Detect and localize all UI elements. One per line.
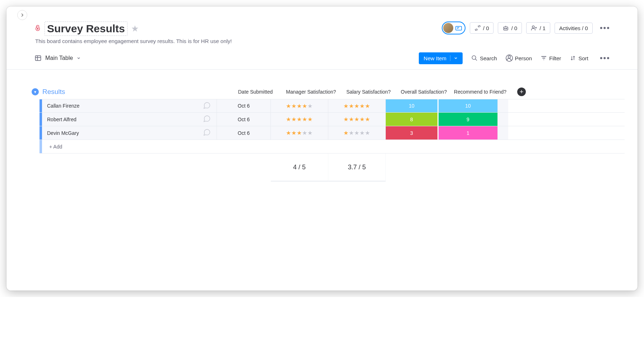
cell-manager-stars[interactable]: ★★★★★ xyxy=(271,113,328,126)
sort-button[interactable]: Sort xyxy=(570,55,588,61)
search-button[interactable]: Search xyxy=(471,55,497,61)
svg-rect-3 xyxy=(504,27,508,30)
lock-icon xyxy=(34,25,41,33)
filter-button[interactable]: Filter xyxy=(541,55,561,61)
conversation-icon[interactable] xyxy=(203,128,211,137)
add-column-button[interactable]: + xyxy=(517,88,526,96)
favorite-star-icon[interactable]: ★ xyxy=(131,24,139,34)
footer-salary-avg: 3.7 / 5 xyxy=(328,154,386,182)
svg-rect-2 xyxy=(456,27,462,30)
row-name-cell[interactable]: Devin McGary xyxy=(42,126,217,140)
sidebar-expand-button[interactable] xyxy=(17,10,27,20)
row-end-spacer xyxy=(497,126,508,140)
row-end-spacer xyxy=(497,113,508,126)
table-row[interactable]: Robert Alfred Oct 6 ★★★★★ ★★★★★ 8 9 xyxy=(40,113,625,126)
cell-date[interactable]: Oct 6 xyxy=(217,126,271,140)
svg-point-1 xyxy=(37,28,38,29)
table-row[interactable]: Devin McGary Oct 6 ★★★★★ ★★★★★ 3 1 xyxy=(40,126,625,140)
person-filter-button[interactable]: Person xyxy=(506,55,532,62)
cell-salary-stars[interactable]: ★★★★★ xyxy=(328,113,386,126)
cell-salary-stars[interactable]: ★★★★★ xyxy=(328,99,386,112)
cell-recommend[interactable]: 9 xyxy=(439,113,497,126)
automations-button[interactable]: / 0 xyxy=(498,22,522,34)
table-row[interactable]: Callan Firenze Oct 6 ★★★★★ ★★★★★ 10 10 xyxy=(40,99,625,113)
activities-button[interactable]: Activities / 0 xyxy=(555,23,593,34)
cell-recommend[interactable]: 10 xyxy=(439,99,497,112)
integrations-count: / 0 xyxy=(483,25,489,31)
svg-point-9 xyxy=(508,56,510,58)
board-title[interactable]: Survey Results xyxy=(45,22,128,36)
board-more-icon[interactable]: ••• xyxy=(597,22,613,34)
cell-overall[interactable]: 8 xyxy=(386,113,437,126)
cell-date[interactable]: Oct 6 xyxy=(217,113,271,126)
cell-recommend[interactable]: 1 xyxy=(439,126,497,140)
add-row-button[interactable]: + Add xyxy=(42,140,625,153)
svg-point-5 xyxy=(506,28,507,29)
members-count: / 1 xyxy=(539,25,546,31)
column-header-date[interactable]: Date Submitted xyxy=(228,89,282,95)
cell-salary-stars[interactable]: ★★★★★ xyxy=(328,126,386,140)
row-color-bar xyxy=(40,140,42,153)
column-header-overall[interactable]: Overall Satisfaction? xyxy=(397,89,450,95)
row-name-cell[interactable]: Robert Alfred xyxy=(42,113,217,126)
conversation-icon[interactable] xyxy=(203,115,211,124)
automations-count: / 0 xyxy=(511,25,517,31)
column-header-salary[interactable]: Salary Satisfaction? xyxy=(340,89,397,95)
item-name: Callan Firenze xyxy=(47,103,79,109)
row-color-bar xyxy=(40,99,42,112)
svg-rect-7 xyxy=(36,56,41,60)
item-name: Robert Alfred xyxy=(47,117,77,122)
board-description[interactable]: This board contains employee engagement … xyxy=(35,38,232,44)
column-header-manager[interactable]: Manager Satisfaction? xyxy=(282,89,340,95)
cell-manager-stars[interactable]: ★★★★★ xyxy=(271,126,328,140)
item-name: Devin McGary xyxy=(47,130,79,136)
cell-overall[interactable]: 10 xyxy=(386,99,437,112)
svg-point-8 xyxy=(472,56,476,60)
svg-point-4 xyxy=(505,28,505,29)
row-end-spacer xyxy=(497,99,508,112)
view-name: Main Table xyxy=(45,55,73,61)
avatar xyxy=(443,23,453,33)
toolbar-more-icon[interactable]: ••• xyxy=(597,52,613,64)
row-name-cell[interactable]: Callan Firenze xyxy=(42,99,217,112)
board-owner-badge[interactable] xyxy=(442,22,465,34)
cell-date[interactable]: Oct 6 xyxy=(217,99,271,112)
conversation-icon[interactable] xyxy=(203,102,211,110)
footer-manager-avg: 4 / 5 xyxy=(271,154,328,182)
members-button[interactable]: / 1 xyxy=(526,22,550,34)
new-item-button[interactable]: New Item xyxy=(419,52,463,64)
row-color-bar xyxy=(40,126,42,140)
svg-point-6 xyxy=(532,26,534,28)
group-collapse-toggle[interactable]: ▼ xyxy=(32,88,39,95)
column-header-recommend[interactable]: Recommend to Friend? xyxy=(450,89,510,95)
cell-overall[interactable]: 3 xyxy=(386,126,437,140)
integrations-button[interactable]: / 0 xyxy=(470,22,494,34)
group-name[interactable]: Results xyxy=(42,88,228,96)
row-color-bar xyxy=(40,113,42,126)
view-selector[interactable]: Main Table xyxy=(34,55,81,62)
cell-manager-stars[interactable]: ★★★★★ xyxy=(271,99,328,112)
